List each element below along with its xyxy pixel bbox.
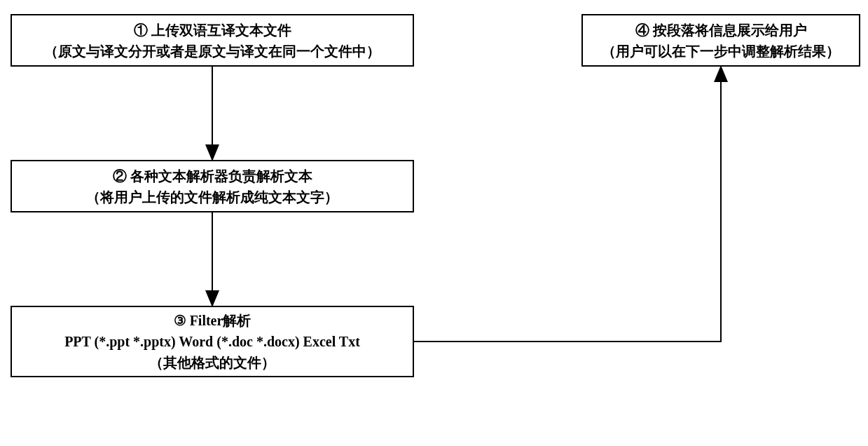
arrow-step3-to-step4 — [0, 0, 868, 446]
